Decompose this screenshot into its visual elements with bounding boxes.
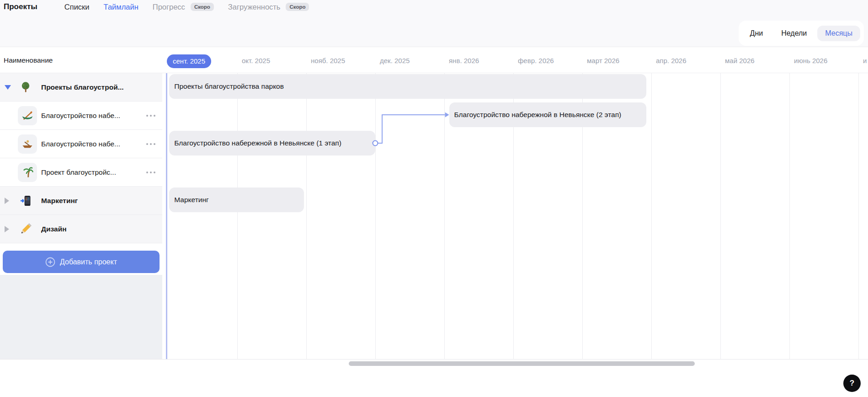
- gantt-bar[interactable]: Маркетинг: [169, 188, 304, 212]
- coming-soon-badge: Скоро: [286, 3, 309, 11]
- month-label: окт. 2025: [242, 57, 270, 64]
- project-row-label: Проекты благоустрой...: [41, 83, 124, 91]
- month-gridline: [651, 73, 652, 359]
- canoe-icon: [18, 106, 37, 125]
- sidebar-footer: [0, 275, 162, 359]
- link-handle-icon[interactable]: [373, 141, 378, 146]
- month-label: февр. 2026: [518, 57, 554, 64]
- project-row[interactable]: Проекты благоустрой...: [0, 73, 162, 102]
- project-list: Проекты благоустрой...Благоустройство на…: [0, 73, 162, 243]
- project-row-label: Маркетинг: [41, 197, 78, 205]
- phone-arrow-icon: [19, 194, 32, 208]
- project-row-label: Благоустройство набе...: [41, 112, 120, 120]
- nav-tab[interactable]: Таймлайн: [104, 3, 138, 11]
- collapse-arrow-icon[interactable]: [5, 85, 11, 90]
- month-gridline: [720, 73, 721, 359]
- current-month-pill: сент. 2025: [167, 54, 211, 68]
- project-row[interactable]: Благоустройство набе...: [0, 130, 162, 158]
- palm-tree-icon: [18, 163, 37, 182]
- more-options-icon[interactable]: [145, 112, 156, 119]
- page-title: Проекты: [4, 2, 37, 11]
- add-project-label: Добавить проект: [60, 258, 117, 266]
- nav-tab-label: Прогресс: [153, 3, 185, 11]
- help-button[interactable]: ?: [843, 375, 861, 392]
- project-row-label: Благоустройство набе...: [41, 140, 120, 148]
- month-label: май 2026: [725, 57, 755, 64]
- month-gridline: [858, 73, 859, 359]
- view-option[interactable]: Дни: [742, 26, 771, 41]
- month-gridline: [444, 73, 445, 359]
- plus-circle-icon: [45, 257, 55, 267]
- project-row-label: Дизайн: [41, 225, 67, 233]
- project-row[interactable]: Маркетинг: [0, 187, 162, 215]
- nav-tab[interactable]: ЗагруженностьСкоро: [228, 3, 309, 11]
- gantt-bar-label: Благоустройство набережной в Невьянске (…: [174, 139, 341, 147]
- project-row-label: Проект благоустройс...: [41, 168, 116, 177]
- month-label: янв. 2026: [449, 57, 479, 64]
- top-bar: Проекты СпискиТаймлайнПрогрессСкороЗагру…: [0, 0, 868, 47]
- question-mark-icon: ?: [850, 379, 854, 388]
- view-option[interactable]: Месяцы: [817, 26, 860, 41]
- nav-tab-label: Загруженность: [228, 3, 281, 11]
- month-label: март 2026: [587, 57, 619, 64]
- tree-icon: [19, 80, 32, 94]
- gantt-bar[interactable]: Проекты благоустройства парков: [169, 74, 646, 99]
- add-project-button[interactable]: Добавить проект: [3, 251, 160, 273]
- project-row[interactable]: Проект благоустройс...: [0, 158, 162, 187]
- horizontal-scrollbar-thumb[interactable]: [349, 361, 695, 366]
- more-options-icon[interactable]: [145, 169, 156, 176]
- arrowhead-icon: [445, 113, 449, 118]
- expand-arrow-icon[interactable]: [5, 198, 9, 204]
- gantt-bar-label: Проекты благоустройства парков: [174, 82, 284, 90]
- gantt-bar-label: Маркетинг: [174, 196, 208, 204]
- today-line: [166, 73, 167, 359]
- main-nav: Проекты СпискиТаймлайнПрогрессСкороЗагру…: [4, 2, 309, 11]
- view-switcher: ДниНеделиМесяцы: [739, 21, 864, 46]
- project-row[interactable]: Благоустройство набе...: [0, 102, 162, 130]
- table-header-strip: Наименование сент. 2025окт. 2025нояб. 20…: [0, 48, 868, 73]
- view-option[interactable]: Недели: [773, 26, 815, 41]
- gantt-bar[interactable]: Благоустройство набережной в Невьянске (…: [169, 131, 375, 156]
- month-label: нояб. 2025: [311, 57, 345, 64]
- month-gridline: [237, 73, 238, 359]
- gantt-area: Проекты благоустройства парковБлагоустро…: [162, 73, 868, 359]
- expand-arrow-icon[interactable]: [5, 226, 9, 232]
- month-gridline: [306, 73, 307, 359]
- gantt-bar[interactable]: Благоустройство набережной в Невьянске (…: [449, 102, 647, 127]
- month-label: июнь 2026: [794, 57, 827, 64]
- month-label: дек. 2025: [380, 57, 410, 64]
- more-options-icon[interactable]: [145, 140, 156, 148]
- nav-tab-label: Списки: [64, 3, 90, 11]
- month-label: и: [863, 57, 867, 64]
- month-gridline: [789, 73, 790, 359]
- nav-tab[interactable]: ПрогрессСкоро: [153, 3, 214, 11]
- coming-soon-badge: Скоро: [191, 3, 214, 11]
- nav-tab-label: Таймлайн: [104, 3, 138, 11]
- bottom-bar: [0, 359, 868, 397]
- month-gridline: [375, 73, 376, 359]
- pencil-icon: [19, 222, 32, 236]
- gantt-bar-label: Благоустройство набережной в Невьянске (…: [454, 111, 622, 118]
- month-label: апр. 2026: [656, 57, 687, 64]
- project-row[interactable]: Дизайн: [0, 215, 162, 243]
- nav-tabs: СпискиТаймлайнПрогрессСкороЗагруженность…: [64, 3, 309, 11]
- rowboat-icon: [18, 134, 37, 154]
- name-column-header: Наименование: [4, 48, 53, 73]
- nav-tab[interactable]: Списки: [64, 3, 90, 11]
